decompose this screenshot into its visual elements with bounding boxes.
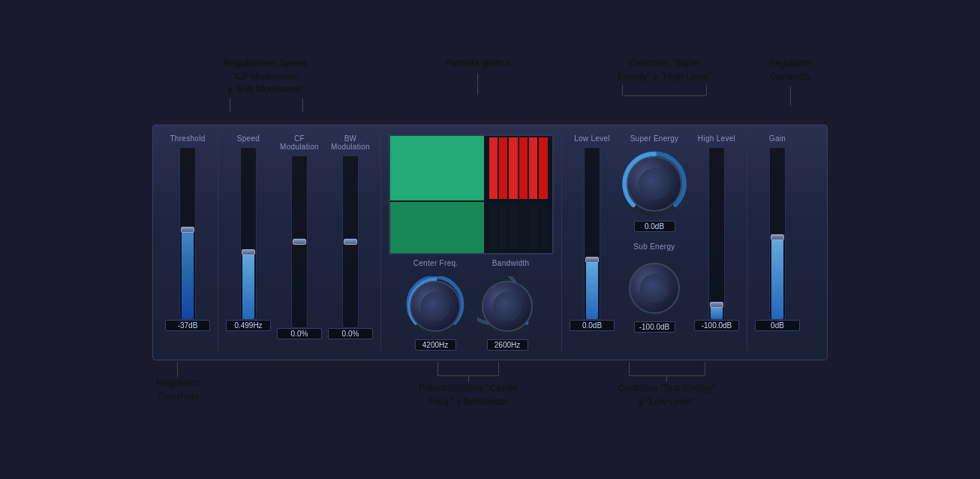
dark-bar-3: [509, 204, 517, 249]
ann-threshold-bottom: ReguladorThreshold: [156, 377, 200, 403]
display-red-bars: [488, 136, 549, 200]
ann-gain: ReguladorGanancia: [760, 57, 820, 83]
sub-energy-knob-inner: [640, 274, 669, 303]
display-divider-h: [390, 200, 484, 202]
bandwidth-knob-outer: [482, 281, 533, 332]
low-level-fader-thumb[interactable]: [585, 257, 599, 263]
cf-mod-section: CF Modulation 0.0%: [277, 134, 322, 351]
dark-bar-4: [519, 204, 528, 249]
sep1: [218, 134, 218, 351]
sep4: [747, 134, 747, 351]
bw-mod-section: BW Modulation 0.0%: [328, 134, 373, 351]
low-level-label: Low Level: [574, 134, 610, 143]
gain-value: 0dB: [755, 320, 800, 331]
sep2: [380, 134, 381, 351]
speed-fader-track[interactable]: [240, 147, 257, 320]
dark-bar-1: [489, 204, 498, 249]
ann-sub-low-bottom: Controles "Sub Energy"y "Low Level": [618, 382, 716, 408]
red-bar-4: [519, 137, 528, 199]
gain-section: Gain 0dB: [755, 134, 800, 351]
sub-energy-knob-outer: [629, 263, 680, 314]
bandwidth-knob[interactable]: [477, 276, 537, 336]
sub-energy-group: Sub Energy -100.0dB: [624, 243, 684, 333]
super-energy-knob-inner: [639, 168, 670, 200]
cf-mod-fader-track[interactable]: [291, 155, 308, 328]
cf-mod-fader-thumb[interactable]: [293, 239, 306, 245]
threshold-fader-track[interactable]: [179, 147, 196, 320]
bandwidth-knob-inner: [493, 292, 522, 321]
center-knobs-row: 4200Hz 2600Hz: [405, 276, 537, 351]
gain-label: Gain: [769, 134, 786, 143]
sub-energy-value: -100.0dB: [634, 321, 675, 333]
center-freq-knob[interactable]: [405, 276, 465, 336]
display-dark-bars: [488, 203, 549, 251]
ann-super-high: Controles "SuperEnergy" y "High Level": [618, 57, 711, 83]
high-level-fader-track[interactable]: [708, 147, 725, 320]
center-section: Center Freq. Bandwidth: [389, 134, 554, 351]
red-bar-3: [509, 137, 517, 199]
plugin-body: Threshold -37dB Speed 0.499Hz CF Modulat…: [152, 125, 828, 360]
bw-mod-label: BW Modulation: [331, 134, 370, 151]
low-level-fader-fill: [586, 259, 598, 319]
bw-mod-value: 0.0%: [328, 328, 373, 339]
bandwidth-label: Bandwidth: [492, 259, 529, 267]
ann-display: Pantalla gráfica: [445, 57, 510, 71]
bw-mod-fader-thumb[interactable]: [344, 239, 357, 245]
threshold-fader-thumb[interactable]: [181, 227, 194, 233]
sub-energy-label: Sub Energy: [633, 243, 675, 251]
bandwidth-value: 2600Hz: [487, 339, 528, 351]
low-level-fader-track[interactable]: [584, 147, 600, 320]
high-level-section: High Level -100.0dB: [694, 134, 739, 351]
threshold-value: -37dB: [165, 320, 210, 331]
super-energy-group: Super Energy 0.0dB: [621, 134, 688, 232]
display-green-upper: [390, 136, 484, 200]
threshold-fader-fill: [182, 229, 194, 319]
gain-fader-thumb[interactable]: [771, 234, 784, 240]
ann-knobs-bottom: Potenciómetros "CenterFreq." y Bandwidth: [419, 382, 518, 408]
display-green-lower: [390, 200, 484, 253]
center-freq-knob-outer: [410, 281, 461, 332]
super-energy-label: Super Energy: [630, 134, 679, 143]
cf-mod-label: CF Modulation: [280, 134, 319, 151]
center-freq-knob-inner: [421, 292, 449, 321]
high-level-label: High Level: [698, 134, 735, 143]
dark-bar-5: [529, 204, 537, 249]
gain-fader-track[interactable]: [769, 147, 786, 320]
super-energy-value: 0.0dB: [634, 221, 675, 232]
gain-fader-fill: [771, 236, 783, 319]
display-divider-v: [484, 136, 485, 253]
red-bar-5: [529, 137, 537, 199]
low-level-section: Low Level 0.0dB: [570, 134, 615, 351]
dark-bar-6: [539, 204, 547, 249]
red-bar-1: [489, 137, 498, 199]
red-bar-6: [539, 137, 547, 199]
bandwidth-knob-container: 2600Hz: [477, 276, 537, 351]
super-energy-knob-outer: [627, 156, 682, 212]
bw-mod-fader-track[interactable]: [342, 155, 359, 328]
low-level-value: 0.0dB: [570, 320, 615, 331]
high-level-value: -100.0dB: [694, 320, 739, 331]
speed-label: Speed: [237, 134, 260, 143]
center-freq-label: Center Freq.: [413, 259, 458, 267]
speed-section: Speed 0.499Hz: [226, 134, 271, 351]
energy-controls: Super Energy 0.0dB Sub Energy: [621, 134, 688, 351]
sep3: [561, 134, 562, 351]
super-energy-knob[interactable]: [621, 150, 688, 218]
threshold-section: Threshold -37dB: [165, 134, 210, 351]
center-freq-value: 4200Hz: [415, 339, 456, 351]
center-freq-knob-container: 4200Hz: [405, 276, 465, 351]
high-level-fader-thumb[interactable]: [710, 302, 723, 308]
dark-bar-2: [499, 204, 507, 249]
red-bar-2: [499, 137, 507, 199]
sub-energy-knob[interactable]: [624, 258, 684, 318]
speed-value: 0.499Hz: [226, 320, 271, 331]
graphic-display: [389, 134, 554, 255]
speed-fader-fill: [242, 252, 254, 319]
threshold-label: Threshold: [170, 134, 205, 143]
ann-speed-cf-bw: Reguladores Speed, "CF Modulation" y "BW…: [224, 57, 309, 97]
cf-mod-value: 0.0%: [277, 328, 322, 339]
speed-fader-thumb[interactable]: [242, 249, 255, 255]
